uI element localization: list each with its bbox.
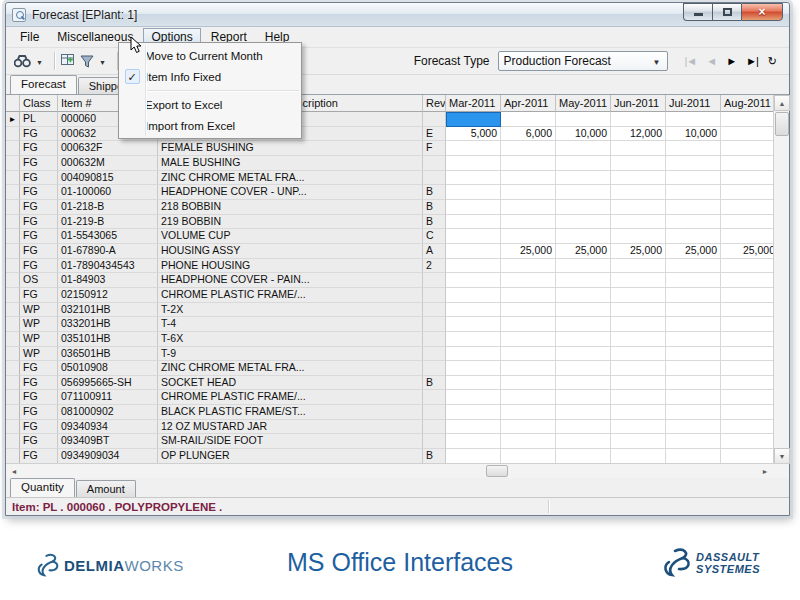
cell-item[interactable]: 071100911 [58, 390, 158, 405]
row-selector[interactable] [6, 273, 20, 288]
column-header-apr-2011[interactable]: Apr-2011 [501, 95, 556, 112]
cell-month-value[interactable] [666, 303, 721, 318]
cell-class[interactable]: FG [20, 215, 58, 230]
cell-month-value[interactable] [446, 200, 501, 215]
cell-month-value[interactable] [666, 229, 721, 244]
cell-month-value[interactable] [666, 156, 721, 171]
cell-month-value[interactable] [501, 376, 556, 391]
cell-month-value[interactable] [611, 141, 666, 156]
table-row[interactable]: FG000632MMALE BUSHING [6, 156, 773, 171]
cell-item[interactable]: 000632M [58, 156, 158, 171]
column-header-class[interactable]: Class [20, 95, 58, 112]
menu-item-item-info-fixed[interactable]: ✓Item Info Fixed [119, 66, 301, 87]
cell-month-value[interactable] [666, 288, 721, 303]
cell-month-value[interactable] [446, 361, 501, 376]
cell-month-value[interactable] [556, 332, 611, 347]
cell-month-value[interactable]: 25,000 [556, 244, 611, 259]
cell-month-value[interactable] [611, 347, 666, 362]
cell-description[interactable]: T-9 [158, 347, 423, 362]
row-selector[interactable] [6, 215, 20, 230]
cell-month-value[interactable]: 5,000 [446, 127, 501, 142]
cell-month-value[interactable] [556, 200, 611, 215]
cell-month-value[interactable] [666, 317, 721, 332]
cell-month-value[interactable] [611, 112, 666, 127]
cell-month-value[interactable] [666, 215, 721, 230]
cell-month-value[interactable] [501, 405, 556, 420]
cell-item[interactable]: 0934909034 [58, 449, 158, 464]
column-header-rev[interactable]: Rev [423, 95, 446, 112]
cell-rev[interactable] [423, 347, 446, 362]
cell-month-value[interactable] [501, 361, 556, 376]
cell-item[interactable]: 032101HB [58, 303, 158, 318]
cell-description[interactable]: T-4 [158, 317, 423, 332]
cell-month-value[interactable] [721, 303, 773, 318]
tab-amount[interactable]: Amount [76, 480, 136, 497]
cell-month-value[interactable] [666, 390, 721, 405]
cell-month-value[interactable] [611, 171, 666, 186]
cell-month-value[interactable] [556, 259, 611, 274]
cell-item[interactable]: 01-218-B [58, 200, 158, 215]
cell-item[interactable]: 01-84903 [58, 273, 158, 288]
cell-month-value[interactable] [611, 376, 666, 391]
cell-month-value[interactable] [556, 303, 611, 318]
column-header-jun-2011[interactable]: Jun-2011 [611, 95, 666, 112]
cell-month-value[interactable] [611, 317, 666, 332]
cell-month-value[interactable] [446, 112, 501, 127]
cell-class[interactable]: FG [20, 141, 58, 156]
table-row[interactable]: WP032101HBT-2X [6, 303, 773, 318]
cell-month-value[interactable] [556, 376, 611, 391]
cell-description[interactable]: PHONE HOUSING [158, 259, 423, 274]
cell-month-value[interactable] [611, 273, 666, 288]
row-selector[interactable] [6, 200, 20, 215]
cell-rev[interactable]: E [423, 127, 446, 142]
row-selector[interactable] [6, 156, 20, 171]
cell-month-value[interactable] [446, 185, 501, 200]
cell-month-value[interactable]: 25,000 [501, 244, 556, 259]
cell-month-value[interactable] [556, 434, 611, 449]
cell-month-value[interactable] [721, 434, 773, 449]
cell-item[interactable]: 056995665-SH [58, 376, 158, 391]
cell-month-value[interactable] [556, 420, 611, 435]
cell-item[interactable]: 05010908 [58, 361, 158, 376]
filter-dropdown-caret[interactable]: ▼ [99, 59, 106, 66]
search-binoculars-button[interactable] [14, 54, 31, 68]
cell-month-value[interactable] [666, 273, 721, 288]
cell-month-value[interactable] [556, 449, 611, 464]
next-record-button[interactable]: ► [726, 55, 736, 67]
cell-rev[interactable]: A [423, 244, 446, 259]
cell-month-value[interactable] [446, 405, 501, 420]
column-header-jul-2011[interactable]: Jul-2011 [666, 95, 721, 112]
cell-class[interactable]: WP [20, 332, 58, 347]
cell-month-value[interactable] [721, 127, 773, 142]
cell-rev[interactable] [423, 332, 446, 347]
cell-item[interactable]: 004090815 [58, 171, 158, 186]
cell-month-value[interactable] [666, 405, 721, 420]
horizontal-scrollbar[interactable]: ◄ ► [6, 463, 789, 478]
cell-month-value[interactable] [556, 288, 611, 303]
column-header-aug-2011[interactable]: Aug-2011 [721, 95, 773, 112]
menu-item-export-to-excel[interactable]: Export to Excel [119, 94, 301, 115]
menubar-item-file[interactable]: File [12, 28, 47, 46]
row-selector[interactable] [6, 434, 20, 449]
row-selector[interactable] [6, 347, 20, 362]
cell-month-value[interactable] [721, 215, 773, 230]
cell-class[interactable]: WP [20, 317, 58, 332]
cell-item[interactable]: 081000902 [58, 405, 158, 420]
cell-month-value[interactable] [611, 215, 666, 230]
cell-item[interactable]: 01-100060 [58, 185, 158, 200]
cell-month-value[interactable] [721, 347, 773, 362]
row-selector[interactable] [6, 141, 20, 156]
cell-month-value[interactable] [721, 317, 773, 332]
cell-month-value[interactable] [666, 347, 721, 362]
cell-item[interactable]: 093409BT [58, 434, 158, 449]
cell-month-value[interactable] [721, 112, 773, 127]
table-row[interactable]: FG071100911CHROME PLASTIC FRAME/... [6, 390, 773, 405]
cell-item[interactable]: 01-5543065 [58, 229, 158, 244]
cell-month-value[interactable] [721, 200, 773, 215]
table-row[interactable]: WP033201HBT-4 [6, 317, 773, 332]
cell-description[interactable]: CHROME PLASTIC FRAME/... [158, 390, 423, 405]
cell-month-value[interactable]: 12,000 [611, 127, 666, 142]
cell-month-value[interactable] [556, 156, 611, 171]
cell-month-value[interactable] [446, 156, 501, 171]
cell-rev[interactable] [423, 273, 446, 288]
